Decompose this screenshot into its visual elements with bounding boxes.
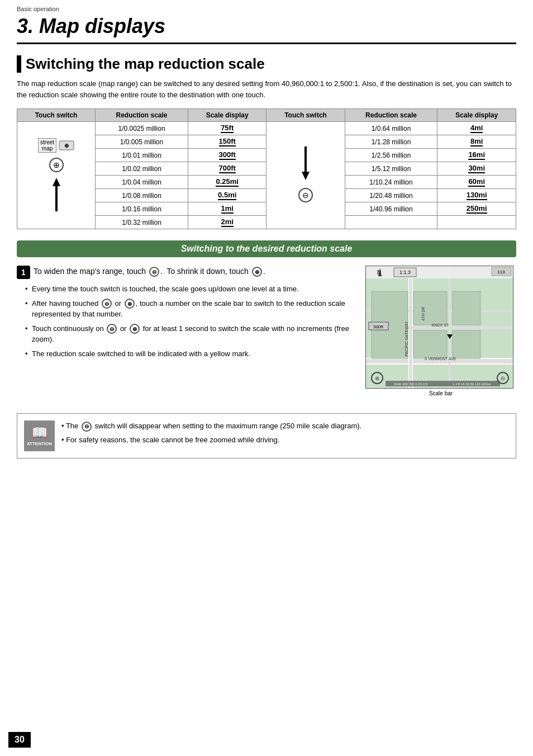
scale-cell: 250mi (437, 202, 516, 216)
reduction-cell: 1/0.01 million (96, 149, 188, 162)
svg-text:⊖: ⊖ (302, 191, 309, 200)
section-title-bar (17, 55, 21, 73)
compass-icon: ⊕ (49, 157, 64, 173)
svg-rect-27 (366, 266, 513, 278)
col-touch-switch-1: Touch switch (17, 109, 96, 122)
reduction-cell: 1/0.16 million (96, 202, 188, 216)
zoom-out-inline-icon: ⊖ (149, 267, 159, 277)
attention-label: ATTENTION (27, 441, 52, 446)
reduction-cell: 1/5.12 million (345, 162, 437, 176)
intro-text: The map reduction scale (map range) can … (17, 78, 516, 100)
nav-icon: ⊕ (59, 140, 74, 150)
arrow-down-icon (302, 147, 310, 180)
reduction-table: Touch switch Reduction scale Scale displ… (17, 108, 516, 229)
attention-note-2: • For safety reasons, the scale cannot b… (61, 434, 361, 446)
attention-text: • The ⊖ switch will disappear when setti… (61, 420, 361, 448)
scale-cell: 2mi (188, 216, 266, 229)
reduction-cell: 1/20.48 million (345, 189, 437, 202)
scale-cell: 0.25mi (188, 176, 266, 189)
svg-marker-7 (302, 172, 310, 180)
reduction-cell: 1/0.005 million (96, 135, 188, 149)
scale-cell: 16mi (437, 149, 516, 162)
reduction-cell: 1/0.04 million (96, 176, 188, 189)
reduction-cell: 1/40.96 million (345, 202, 437, 216)
steps-section: 1 To widen the map's range, touch ⊖. To … (17, 266, 516, 396)
svg-rect-20 (413, 330, 447, 358)
scale-cell: 700ft (188, 162, 266, 176)
svg-text:S VERMONT AVE: S VERMONT AVE (425, 357, 456, 361)
zoom-out-bullet-icon: ⊖ (102, 299, 112, 309)
bullet-item: Every time the touch switch is touched, … (25, 284, 354, 295)
zoom-out-attention-icon: ⊖ (82, 422, 92, 432)
reduction-cell: 1/0.64 million (345, 122, 437, 135)
table-row: streetmap ⊕ ⊕ (17, 122, 516, 135)
steps-left: 1 To widen the map's range, touch ⊖. To … (17, 266, 354, 396)
svg-text:PACIFIC GATEWAY: PACIFIC GATEWAY (404, 321, 408, 356)
svg-rect-6 (304, 147, 307, 172)
svg-rect-18 (413, 291, 447, 325)
step-1: 1 To widen the map's range, touch ⊖. To … (17, 266, 354, 279)
reduction-cell: 1/0.02 million (96, 162, 188, 176)
step-text: To widen the map's range, touch ⊖. To sh… (34, 266, 265, 277)
svg-text:500ft 300 700 0.25 0.5: 500ft 300 700 0.25 0.5 (394, 382, 428, 386)
zoom-in-bullet2-icon: ⊕ (130, 324, 140, 334)
section-title-box: Switching the map reduction scale (17, 55, 516, 73)
reduction-cell-empty (345, 216, 437, 229)
zoom-out-bullet2-icon: ⊖ (107, 324, 117, 334)
col-reduction-1: Reduction scale (96, 109, 188, 122)
svg-text:⊕: ⊕ (53, 160, 60, 169)
svg-text:1:1.3: 1:1.3 (399, 270, 411, 275)
zoom-in-inline-icon: ⊕ (252, 267, 262, 277)
svg-text:⊕: ⊕ (375, 375, 379, 381)
scale-cell: 8mi (437, 135, 516, 149)
svg-text:113: 113 (497, 270, 505, 275)
scale-cell: 1mi (188, 202, 266, 216)
reduction-cell: 1/0.08 million (96, 189, 188, 202)
svg-text:300ft: 300ft (373, 324, 384, 329)
reduction-cell: 1/0.32 million (96, 216, 188, 229)
scale-cell: 130mi (437, 189, 516, 202)
touch-switch-left-cell: streetmap ⊕ ⊕ (17, 122, 96, 229)
scale-cell: 150ft (188, 135, 266, 149)
scale-cell-empty (437, 216, 516, 229)
col-scale-2: Scale display (437, 109, 516, 122)
reduction-cell: 1/1.28 million (345, 135, 437, 149)
scale-cell: 300ft (188, 149, 266, 162)
street-map-icon: streetmap (38, 138, 56, 153)
bullet-item: Touch continuously on ⊖ or ⊕ for at leas… (25, 323, 354, 345)
col-touch-switch-2: Touch switch (266, 109, 345, 122)
attention-icon: 📖 ATTENTION (24, 420, 55, 451)
svg-rect-21 (453, 330, 480, 358)
scale-cell: 60mi (437, 176, 516, 189)
breadcrumb: Basic operation (17, 6, 516, 12)
bullet-item: The reduction scale switched to will be … (25, 348, 354, 360)
section-title: Switching the map reduction scale (26, 55, 265, 73)
scale-cell: 4mi (437, 122, 516, 135)
green-banner: Switching to the desired reduction scale (17, 240, 516, 257)
col-reduction-2: Reduction scale (345, 109, 437, 122)
touch-switch-right-cell: ⊖ (266, 122, 345, 229)
svg-text:⊕: ⊕ (64, 143, 69, 149)
map-display-area: PACIFIC GATEWAY KNOX ST S VERMONT AVE 4T… (365, 266, 516, 396)
attention-note-1: • The ⊖ switch will disappear when setti… (61, 420, 361, 432)
page-number: 30 (8, 732, 31, 748)
svg-rect-19 (453, 291, 480, 325)
scale-bar-label: Scale bar (365, 390, 516, 396)
page-title: 3. Map displays (17, 15, 516, 44)
bullet-list: Every time the touch switch is touched, … (17, 284, 354, 359)
bullet-item: After having touched ⊖ or ⊕, touch a num… (25, 298, 354, 320)
attention-box: 📖 ATTENTION • The ⊖ switch will disappea… (17, 413, 516, 459)
svg-text:KNOX ST: KNOX ST (432, 323, 449, 327)
book-icon: 📖 (31, 426, 48, 440)
scale-cell: 75ft (188, 122, 266, 135)
svg-rect-5 (55, 186, 58, 211)
zoom-in-bullet-icon: ⊕ (125, 299, 135, 309)
reduction-cell: 1/0.0025 million (96, 122, 188, 135)
svg-text:1  4  8  16  30  60  130  200m: 1 4 8 16 30 60 130 200mi (453, 382, 491, 386)
zoom-out-icon: ⊖ (298, 187, 313, 203)
svg-marker-4 (53, 178, 60, 186)
scale-cell: 0.5mi (188, 189, 266, 202)
scale-cell: 30mi (437, 162, 516, 176)
arrow-up-icon (53, 178, 60, 211)
svg-text:⊖: ⊖ (501, 375, 505, 381)
